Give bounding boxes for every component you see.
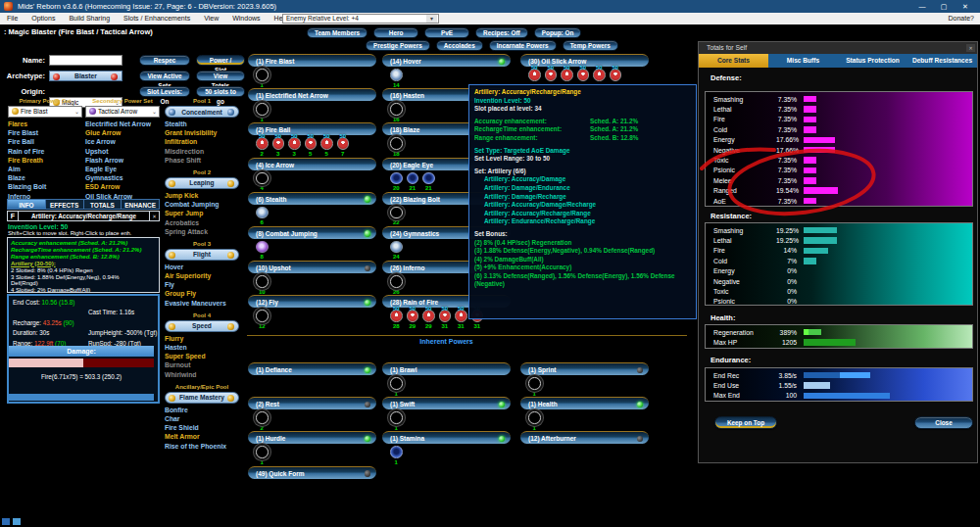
pool-next-icon[interactable]: [227, 323, 234, 330]
pool-next-icon[interactable]: [227, 252, 234, 259]
power-bar[interactable]: (6) Stealth: [248, 192, 376, 205]
enhancement-icon[interactable]: [390, 275, 403, 288]
maximize-button[interactable]: ▢: [937, 2, 951, 11]
archetype-selector[interactable]: Blaster: [49, 71, 122, 81]
totals-title-bar[interactable]: Totals for Self ✕: [699, 42, 977, 54]
menu-item[interactable]: Slots / Enhancements: [117, 13, 197, 24]
power-toggle-led[interactable]: [365, 300, 371, 307]
enhancement-slot[interactable]: 1: [388, 446, 405, 465]
enhancement-slot[interactable]: 16: [388, 103, 405, 122]
power-list-item[interactable]: Phase Shift: [165, 156, 239, 165]
toolbar-button[interactable]: Temp Powers: [563, 40, 618, 51]
power-bar[interactable]: (49) Quick Form: [248, 466, 376, 479]
enhancement-icon[interactable]: [256, 207, 269, 219]
power-bar[interactable]: (1) Health: [520, 397, 649, 409]
power-bar[interactable]: (12) Afterburner: [520, 431, 649, 444]
power-list-item[interactable]: ESD Arrow: [85, 182, 160, 191]
pool-prev-icon[interactable]: [169, 109, 175, 116]
view-totals-button[interactable]: View Totals: [196, 71, 245, 81]
power-list-item[interactable]: Infiltration: [165, 137, 239, 146]
menu-item[interactable]: Options: [24, 13, 62, 24]
enhancement-slot[interactable]: 21: [420, 172, 437, 192]
power-list-item[interactable]: Fly: [165, 280, 239, 289]
enhancement-icon[interactable]: [256, 310, 269, 322]
enhancement-slot[interactable]: 50 29: [420, 310, 437, 329]
power-list-item[interactable]: Upshot: [85, 147, 160, 156]
power-list-item[interactable]: Char: [165, 414, 239, 423]
enemy-relative-level-select[interactable]: Enemy Relative Level: +4 ▾: [282, 14, 439, 24]
enhancement-icon[interactable]: [256, 241, 269, 254]
menu-item[interactable]: Build Sharing: [62, 13, 117, 24]
view-active-sets-button[interactable]: View Active Sets: [139, 71, 190, 81]
archetype-prev-icon[interactable]: [53, 73, 60, 80]
enhancement-slot[interactable]: 1: [254, 69, 270, 88]
secondary-set-select[interactable]: Tactical Arrow ⌄: [85, 106, 160, 118]
enhancement-slot[interactable]: 2: [254, 411, 270, 431]
toolbar-button[interactable]: Hero: [373, 27, 418, 38]
totals-tab[interactable]: Core Stats: [699, 54, 768, 68]
slot-levels-button[interactable]: Slot Levels: On: [139, 86, 190, 97]
power-list-item[interactable]: Flares: [8, 120, 82, 128]
power-bar[interactable]: (1) Sprint: [520, 362, 649, 375]
power-toggle-led[interactable]: [365, 230, 371, 237]
enhancement-slot[interactable]: 1: [388, 377, 405, 397]
donate-link[interactable]: Donate?: [949, 15, 974, 22]
power-list-item[interactable]: Melt Armor: [165, 432, 239, 441]
power-bar[interactable]: (8) Combat Jumping: [248, 226, 376, 239]
enhancement-icon[interactable]: [256, 172, 269, 185]
enhancement-icon[interactable]: [256, 103, 269, 116]
pool-select[interactable]: Speed: [165, 320, 239, 332]
enhancement-slot[interactable]: 1: [526, 377, 543, 397]
enhancement-icon[interactable]: [256, 411, 269, 424]
power-list-item[interactable]: Air Superiority: [165, 271, 239, 280]
power-toggle-led[interactable]: [365, 436, 371, 443]
popout-icon[interactable]: ✕: [149, 212, 159, 220]
enhancement-slot[interactable]: 20: [388, 172, 405, 192]
enhancement-slot[interactable]: 50 7: [335, 137, 352, 157]
enhancement-slot[interactable]: 50: [559, 69, 575, 82]
totals-close-button[interactable]: Close: [914, 416, 973, 429]
power-bar[interactable]: (1) Swift: [382, 397, 511, 409]
enhancement-icon[interactable]: [422, 172, 435, 185]
power-bar[interactable]: (1) Hurdle: [248, 431, 376, 444]
toolbar-button[interactable]: PvE: [424, 27, 469, 38]
enhancement-slot[interactable]: 18: [388, 137, 405, 157]
power-list-item[interactable]: Aim: [8, 165, 82, 173]
totals-tab[interactable]: Debuff Resistances: [907, 54, 977, 68]
power-bar[interactable]: (14) Hover: [382, 54, 511, 67]
power-toggle-led[interactable]: [365, 470, 371, 477]
enhancement-icon[interactable]: [390, 377, 403, 390]
enhancement-slot[interactable]: 50 3: [286, 137, 303, 157]
power-list-item[interactable]: Fire Shield: [165, 423, 239, 432]
enhancement-slot[interactable]: 1: [254, 103, 270, 122]
toolbar-button[interactable]: Incarnate Powers: [489, 40, 557, 51]
enhancement-icon[interactable]: [256, 446, 269, 458]
favorite-button[interactable]: F: [8, 212, 19, 220]
enhancement-icon[interactable]: [390, 172, 403, 185]
archetype-next-icon[interactable]: [111, 73, 118, 80]
enhancement-icon[interactable]: [390, 241, 403, 254]
enhancement-slot[interactable]: 10: [254, 275, 270, 295]
toolbar-button[interactable]: Accolades: [436, 40, 483, 51]
power-toggle-led[interactable]: [637, 402, 644, 408]
minimize-button[interactable]: —: [915, 2, 929, 11]
power-list-item[interactable]: Burnout: [165, 360, 239, 369]
menu-item[interactable]: Windows: [225, 13, 267, 24]
primary-set-select[interactable]: Fire Blast ⌄: [8, 106, 82, 118]
close-button[interactable]: ✕: [958, 2, 972, 11]
power-list-item[interactable]: Group Fly: [165, 289, 239, 298]
info-tab[interactable]: ENHANCE: [121, 199, 160, 210]
enhancement-slot[interactable]: 12: [254, 310, 270, 329]
power-bar[interactable]: (10) Upshot: [248, 261, 376, 273]
enhancement-slot[interactable]: 6: [254, 207, 270, 226]
enhancement-slot[interactable]: 50 28: [388, 310, 405, 329]
pool-prev-icon[interactable]: [169, 395, 175, 402]
enhancement-slot[interactable]: 50 5: [318, 137, 335, 157]
power-bar[interactable]: (1) Electrified Net Arrow: [248, 88, 376, 101]
menu-item[interactable]: File: [0, 13, 24, 24]
pool-next-icon[interactable]: [227, 395, 234, 402]
pool-select[interactable]: Flight: [165, 249, 239, 261]
enhancement-slot[interactable]: 21: [405, 172, 421, 192]
close-icon[interactable]: ✕: [966, 44, 975, 52]
power-list-item[interactable]: Jump Kick: [165, 191, 239, 200]
